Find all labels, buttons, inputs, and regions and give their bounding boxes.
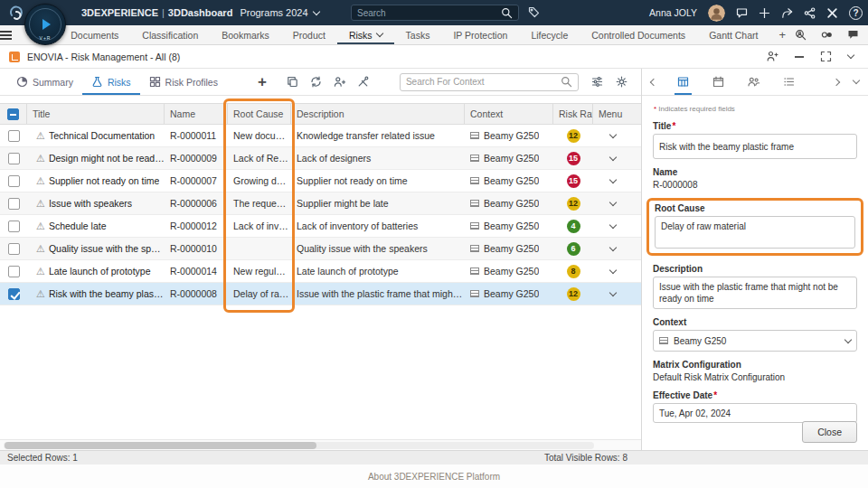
- effective-date-input[interactable]: Tue, Apr 02, 2024: [653, 403, 857, 423]
- panel-tabs: [642, 69, 868, 96]
- table-row[interactable]: ⚠Quality issue with the speak… R-0000010…: [0, 238, 641, 260]
- row-menu-button[interactable]: [609, 198, 617, 205]
- search-icon[interactable]: [561, 76, 572, 88]
- table-row[interactable]: ⚠Supplier not ready on time R-0000007 Gr…: [0, 170, 641, 192]
- title-input[interactable]: Risk with the beamy plastic frame: [653, 134, 857, 159]
- row-checkbox[interactable]: [8, 243, 20, 255]
- nav-tab-lifecycle[interactable]: Lifecycle: [519, 25, 580, 44]
- minimize-icon[interactable]: [795, 56, 804, 58]
- column-header-menu[interactable]: Menu: [593, 104, 633, 124]
- row-menu-button[interactable]: [609, 221, 617, 228]
- global-search[interactable]: [351, 5, 519, 21]
- widget-collapse-icon[interactable]: [847, 52, 854, 59]
- nav-tab-product[interactable]: Product: [281, 25, 337, 44]
- row-description: Quality issue with the speakers: [291, 243, 465, 254]
- row-checkbox[interactable]: [8, 288, 20, 300]
- table-row[interactable]: ⚠Late launch of prototype R-0000014 New …: [0, 260, 641, 283]
- nav-tab-bookmarks[interactable]: Bookmarks: [210, 25, 281, 44]
- add-tab-button[interactable]: +: [769, 25, 795, 44]
- nav-tab-controlled-documents[interactable]: Controlled Documents: [580, 25, 697, 44]
- name-value: R-0000008: [653, 180, 857, 190]
- nav-tab-gantt-chart[interactable]: Gantt Chart: [697, 25, 769, 44]
- row-menu-button[interactable]: [609, 175, 617, 183]
- column-header-context[interactable]: Context: [465, 104, 553, 124]
- row-checkbox[interactable]: [8, 266, 20, 277]
- tab-risks[interactable]: Risks: [82, 69, 140, 95]
- messages-icon[interactable]: [847, 29, 859, 41]
- search-input[interactable]: [357, 8, 501, 18]
- select-all-checkbox[interactable]: [7, 108, 19, 120]
- row-menu-button[interactable]: [609, 130, 617, 137]
- context-search[interactable]: [400, 73, 579, 91]
- tab-risk-profiles[interactable]: Risk Profiles: [140, 69, 227, 95]
- help-icon[interactable]: ?: [849, 6, 863, 20]
- panel-prev-icon[interactable]: [650, 78, 657, 85]
- nav-tab-classification[interactable]: Classification: [130, 25, 210, 44]
- row-checkbox[interactable]: [8, 130, 20, 142]
- row-checkbox[interactable]: [8, 221, 20, 232]
- share-member-icon[interactable]: [767, 51, 778, 62]
- presence-toggle-icon[interactable]: [821, 29, 833, 41]
- tag-icon[interactable]: [528, 6, 540, 18]
- panel-tab-list[interactable]: [780, 69, 797, 95]
- table-row[interactable]: ⚠Design might not be ready o… R-0000009 …: [0, 147, 641, 170]
- column-header-risk-rating[interactable]: Risk Rat: [553, 104, 593, 124]
- row-menu-button[interactable]: [609, 266, 617, 273]
- context-select[interactable]: Beamy G250: [653, 330, 857, 352]
- about-link[interactable]: About 3DEXPERIENCE Platform: [368, 472, 500, 482]
- description-input[interactable]: Issue with the plastic frame that might …: [653, 277, 857, 309]
- people-search-icon[interactable]: [795, 29, 807, 41]
- nav-tab-ip-protection[interactable]: IP Protection: [441, 25, 519, 44]
- search-icon[interactable]: [501, 7, 513, 19]
- compass-icon[interactable]: V+R: [24, 4, 66, 45]
- table-row[interactable]: ⚠Schedule late R-0000012 Lack of inv… La…: [0, 215, 641, 238]
- primary-nav: DocumentsClassificationBookmarksProductR…: [0, 25, 868, 45]
- panel-next-icon[interactable]: [833, 78, 840, 85]
- nav-tab-documents[interactable]: Documents: [59, 25, 130, 44]
- row-description: Supplier not ready on time: [291, 175, 465, 186]
- filter-icon[interactable]: [591, 76, 603, 88]
- panel-tab-members[interactable]: [745, 69, 762, 95]
- table-row[interactable]: ⚠Risk with the beamy plastic … R-0000008…: [0, 283, 641, 305]
- close-button[interactable]: Close: [802, 421, 857, 443]
- column-header-root-cause[interactable]: Root Cause: [228, 104, 291, 124]
- scrollbar-thumb[interactable]: [5, 442, 316, 449]
- add-icon[interactable]: [759, 7, 770, 19]
- row-menu-button[interactable]: [609, 288, 617, 296]
- root-cause-input[interactable]: Delay of raw material: [655, 216, 855, 249]
- add-risk-button[interactable]: +: [258, 69, 267, 95]
- row-menu-button[interactable]: [609, 153, 617, 160]
- horizontal-scrollbar[interactable]: [0, 439, 641, 450]
- dashboard-selector[interactable]: Programs 2024: [240, 7, 318, 18]
- apps-icon[interactable]: [826, 7, 838, 19]
- share-arrow-icon[interactable]: [781, 7, 793, 19]
- assign-user-icon[interactable]: [334, 76, 345, 88]
- tab-summary[interactable]: Summary: [7, 69, 82, 95]
- column-header-title[interactable]: Title: [27, 104, 165, 124]
- user-name[interactable]: Anna JOLY: [649, 7, 697, 18]
- panel-tab-calendar[interactable]: [710, 69, 727, 95]
- row-checkbox[interactable]: [8, 198, 20, 210]
- table-row[interactable]: ⚠Technical Documentation R-0000011 New d…: [0, 125, 641, 147]
- panel-collapse-icon[interactable]: [853, 77, 860, 84]
- row-menu-button[interactable]: [609, 243, 617, 250]
- chat-icon[interactable]: [736, 7, 748, 19]
- nav-tab-tasks[interactable]: Tasks: [394, 25, 442, 44]
- row-checkbox[interactable]: [8, 153, 20, 164]
- avatar[interactable]: [708, 5, 725, 22]
- tools-icon[interactable]: [357, 76, 369, 88]
- nav-tab-risks[interactable]: Risks: [337, 25, 394, 44]
- menu-icon[interactable]: [0, 25, 12, 44]
- copy-icon[interactable]: [287, 76, 298, 88]
- grid-icon: [149, 76, 161, 88]
- context-search-input[interactable]: [406, 77, 561, 87]
- maximize-icon[interactable]: [820, 51, 832, 62]
- settings-gear-icon[interactable]: [616, 76, 627, 88]
- column-header-description[interactable]: Description: [291, 104, 465, 124]
- panel-tab-properties[interactable]: [675, 69, 692, 95]
- share-nodes-icon[interactable]: [804, 7, 816, 19]
- table-row[interactable]: ⚠Issue with speakers R-0000006 The reque…: [0, 192, 641, 215]
- row-checkbox[interactable]: [8, 175, 20, 187]
- column-header-name[interactable]: Name: [165, 104, 228, 124]
- refresh-icon[interactable]: [310, 76, 322, 88]
